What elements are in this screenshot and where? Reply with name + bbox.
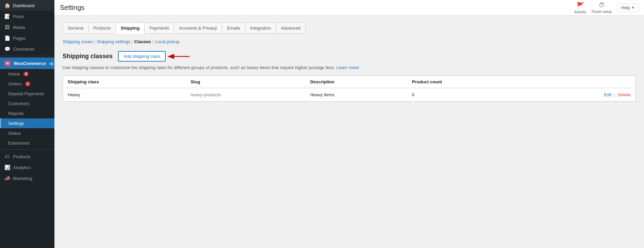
sidebar-item-extensions[interactable]: Extensions — [0, 138, 54, 148]
sidebar-item-status[interactable]: Status — [0, 128, 54, 138]
cell-row-actions: Edit | Delete — [526, 88, 635, 102]
sidebar-divider-2 — [0, 149, 54, 150]
marketing-icon: 📣 — [4, 175, 10, 181]
sidebar-item-woocommerce[interactable]: W WooCommerce ◀ — [0, 57, 54, 69]
col-slug: Slug — [186, 76, 306, 88]
woocommerce-icon: W — [4, 60, 11, 67]
col-description: Description — [306, 76, 407, 88]
sidebar: 🏠 Dashboard 📝 Posts 🖼 Media 📄 Pages 💬 Co… — [0, 0, 54, 248]
sidebar-item-dashboard[interactable]: 🏠 Dashboard — [0, 0, 54, 11]
delete-link[interactable]: Delete — [618, 92, 631, 97]
sidebar-item-label: Pages — [13, 36, 26, 41]
sidebar-item-home[interactable]: Home 3 — [0, 69, 54, 79]
tab-integration[interactable]: Integration — [245, 22, 276, 34]
sidebar-divider — [0, 56, 54, 56]
products-icon: 🏷 — [4, 153, 10, 160]
tab-shipping[interactable]: Shipping — [116, 22, 145, 34]
sidebar-item-settings[interactable]: Settings — [0, 118, 54, 128]
cell-product-count: 0 — [407, 88, 526, 102]
subnav-sep-2: | — [132, 39, 133, 44]
sidebar-item-label: Posts — [13, 14, 24, 19]
subnav-local-pickup[interactable]: Local pickup — [155, 39, 179, 44]
sidebar-item-analytics[interactable]: 📊 Analytics — [0, 162, 54, 173]
sidebar-item-label: Home — [8, 71, 20, 77]
home-badge: 3 — [23, 72, 29, 76]
finish-setup-label: Finish setup — [592, 10, 612, 14]
comments-icon: 💬 — [4, 46, 10, 52]
sidebar-item-label: Media — [13, 25, 25, 30]
activity-icon: 🚩 — [577, 2, 584, 9]
media-icon: 🖼 — [4, 24, 10, 30]
sidebar-item-products[interactable]: 🏷 Products — [0, 151, 54, 162]
col-actions — [526, 76, 635, 88]
col-shipping-class: Shipping class — [63, 76, 186, 88]
table-header-row: Shipping class Slug Description Product … — [63, 76, 636, 88]
sidebar-item-orders[interactable]: Orders 1 — [0, 79, 54, 89]
main-area: Settings 🚩 Activity ⏱ Finish setup Help … — [54, 0, 644, 248]
edit-link[interactable]: Edit — [604, 92, 611, 97]
shipping-classes-table: Shipping class Slug Description Product … — [63, 76, 636, 102]
help-button[interactable]: Help ▼ — [617, 3, 639, 12]
orders-badge: 1 — [25, 82, 31, 86]
sidebar-item-label: Status — [8, 131, 21, 136]
action-sep: | — [614, 92, 616, 97]
sidebar-item-deposit-payments[interactable]: Deposit Payments — [0, 89, 54, 99]
sidebar-item-posts[interactable]: 📝 Posts — [0, 11, 54, 22]
sidebar-item-pages[interactable]: 📄 Pages — [0, 33, 54, 44]
annotation-arrow — [166, 50, 193, 63]
subnav-shipping-settings[interactable]: Shipping settings — [97, 39, 130, 44]
cell-shipping-class: Heavy — [63, 88, 186, 102]
help-chevron-icon: ▼ — [631, 6, 635, 10]
add-shipping-class-button[interactable]: Add shipping class — [118, 51, 166, 62]
dashboard-icon: 🏠 — [4, 2, 10, 9]
sidebar-item-media[interactable]: 🖼 Media — [0, 22, 54, 33]
finish-setup-button[interactable]: ⏱ Finish setup — [592, 2, 612, 14]
topbar: Settings 🚩 Activity ⏱ Finish setup Help … — [54, 0, 644, 16]
sidebar-item-label: Settings — [8, 121, 24, 126]
sidebar-item-label: Reports — [8, 111, 24, 116]
sidebar-item-label: Customers — [8, 101, 30, 106]
tab-emails[interactable]: Emails — [222, 22, 245, 34]
analytics-icon: 📊 — [4, 164, 10, 170]
topbar-actions: 🚩 Activity ⏱ Finish setup Help ▼ — [574, 2, 639, 14]
sidebar-item-label: Comments — [13, 47, 34, 52]
sidebar-item-label: Extensions — [8, 140, 30, 146]
sidebar-item-label: Analytics — [13, 165, 31, 170]
col-product-count: Product count — [407, 76, 526, 88]
table-row: Heavy heavy-products Heavy items 0 Edit … — [63, 88, 636, 102]
sidebar-item-label: Products — [13, 154, 30, 159]
finish-setup-icon: ⏱ — [599, 2, 605, 9]
section-description: Use shipping classes to customize the sh… — [63, 65, 636, 70]
sidebar-item-label: Marketing — [13, 176, 32, 181]
tab-advanced[interactable]: Advanced — [276, 22, 306, 34]
help-label: Help — [621, 5, 630, 10]
subnav-sep-3: | — [152, 39, 153, 44]
learn-more-link[interactable]: Learn more — [336, 65, 359, 70]
sidebar-item-label: Dashboard — [13, 3, 35, 8]
tab-general[interactable]: General — [63, 22, 88, 34]
sidebar-item-label: Orders — [8, 81, 22, 86]
tab-accounts-privacy[interactable]: Accounts & Privacy — [174, 22, 222, 34]
sidebar-item-marketing[interactable]: 📣 Marketing — [0, 173, 54, 184]
section-header: Shipping classes Add shipping class — [63, 51, 636, 62]
subnav-sep-1: | — [94, 39, 95, 44]
activity-button[interactable]: 🚩 Activity — [574, 2, 586, 14]
sidebar-item-reports[interactable]: Reports — [0, 109, 54, 118]
sidebar-item-customers[interactable]: Customers — [0, 99, 54, 109]
settings-tabs: General Products Shipping Payments Accou… — [63, 22, 636, 34]
posts-icon: 📝 — [4, 13, 10, 19]
tab-payments[interactable]: Payments — [144, 22, 174, 34]
sidebar-item-label: WooCommerce — [14, 61, 46, 66]
tab-products[interactable]: Products — [88, 22, 115, 34]
page-title: Settings — [60, 4, 84, 12]
sidebar-item-comments[interactable]: 💬 Comments — [0, 44, 54, 54]
subnav-classes[interactable]: Classes — [134, 39, 151, 44]
activity-label: Activity — [574, 10, 586, 14]
section-title: Shipping classes — [63, 53, 113, 60]
cell-slug: heavy-products — [186, 88, 306, 102]
shipping-subnav: Shipping zones | Shipping settings | Cla… — [63, 39, 636, 44]
cell-description: Heavy items — [306, 88, 407, 102]
pages-icon: 📄 — [4, 35, 10, 41]
subnav-shipping-zones[interactable]: Shipping zones — [63, 39, 93, 44]
content-area: General Products Shipping Payments Accou… — [54, 16, 644, 248]
